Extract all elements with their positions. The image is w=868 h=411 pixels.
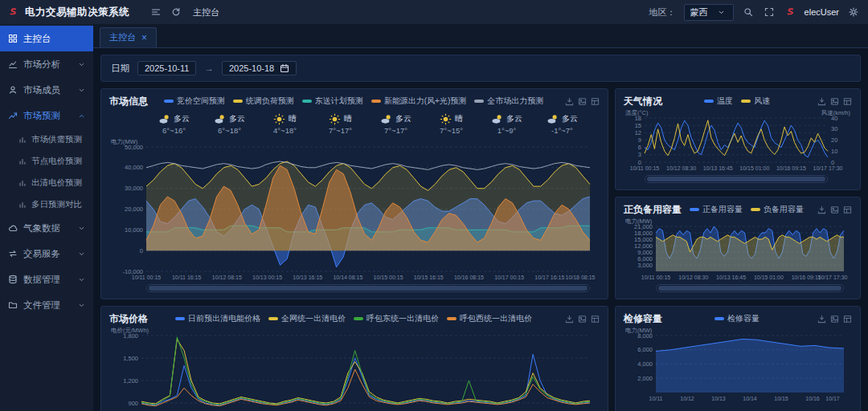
svg-text:12: 12 [635, 129, 641, 136]
svg-text:20: 20 [831, 136, 837, 144]
panel-title: 天气情况 [624, 95, 662, 108]
chart-scrollbar[interactable] [645, 175, 828, 183]
legend-item[interactable]: 负备用容量 [751, 204, 804, 215]
sidebar-item-weather-data[interactable]: 气象数据 [0, 215, 93, 241]
legend-item[interactable]: 竞价空间预测 [164, 96, 225, 107]
svg-text:10/17 17:30: 10/17 17:30 [813, 165, 843, 171]
sidebar-item-trade-services[interactable]: 交易服务 [0, 241, 93, 267]
user-menu[interactable]: elecUser [805, 7, 839, 17]
region-select[interactable]: 蒙西 [684, 4, 734, 21]
panel-title: 市场信息 [109, 95, 148, 108]
download-icon[interactable] [817, 315, 826, 324]
chart-scrollbar[interactable] [146, 284, 590, 292]
search-icon[interactable] [742, 6, 755, 18]
export-icon[interactable] [591, 315, 600, 324]
legend-item[interactable]: 全网统一出清电价 [268, 313, 346, 324]
snapshot-icon[interactable] [578, 315, 587, 324]
refresh-icon[interactable] [170, 6, 182, 18]
export-icon[interactable] [843, 206, 852, 214]
chevron-up-icon [78, 112, 85, 120]
svg-text:9: 9 [638, 136, 641, 144]
svg-text:10/13 16:45: 10/13 16:45 [703, 165, 733, 171]
snapshot-icon[interactable] [830, 206, 839, 214]
sidebar-item-data-management[interactable]: 数据管理 [0, 267, 93, 292]
region-label: 地区： [649, 6, 676, 18]
end-date-input[interactable]: 2025-10-18 [222, 61, 297, 75]
calendar-icon [280, 63, 289, 73]
data-icon [8, 275, 18, 284]
svg-text:10/18 08:15: 10/18 08:15 [566, 275, 596, 280]
sidebar-item-market-forecast[interactable]: 市场预测 [0, 103, 93, 128]
weather-chart[interactable]: 0369121518010203040温度(°C)风速(km/h)10/11 0… [624, 108, 852, 173]
export-icon[interactable] [843, 97, 852, 106]
svg-text:10/15: 10/15 [774, 396, 788, 401]
svg-text:10/15 16:15: 10/15 16:15 [414, 275, 444, 280]
sidebar-item-market-members[interactable]: 市场成员 [0, 77, 93, 103]
chevron-down-icon [78, 250, 85, 258]
download-icon[interactable] [817, 97, 826, 106]
svg-text:10/11: 10/11 [649, 396, 663, 401]
gear-icon[interactable] [847, 6, 860, 18]
svg-text:电力(MW): 电力(MW) [625, 327, 653, 334]
export-icon[interactable] [591, 97, 600, 106]
bars-icon [18, 136, 27, 144]
breadcrumb: 主控台 [193, 6, 219, 18]
legend-item[interactable]: 呼包西统一出清电价 [447, 313, 532, 324]
weather-icon [8, 223, 18, 233]
svg-text:10/11 16:15: 10/11 16:15 [172, 275, 202, 280]
tab-console[interactable]: 主控台 × [100, 27, 157, 47]
date-label: 日期 [111, 63, 129, 75]
fullscreen-icon[interactable] [763, 6, 776, 18]
panel-title: 市场价格 [109, 312, 148, 326]
bars-icon [18, 201, 27, 209]
snapshot-icon[interactable] [830, 97, 839, 106]
download-icon[interactable] [817, 206, 826, 214]
tab-close-icon[interactable]: × [141, 33, 147, 43]
reserve-chart[interactable]: 3,0006,0009,00012,00015,00018,00021,000电… [624, 217, 852, 282]
svg-text:6: 6 [638, 144, 641, 151]
sidebar-item-node-price-forecast[interactable]: 节点电价预测 [0, 150, 93, 172]
end-date-value: 2025-10-18 [229, 63, 274, 73]
scrollbar-handle[interactable] [149, 286, 588, 291]
sidebar-item-console[interactable]: 主控台 [0, 26, 93, 51]
panel-actions [565, 97, 600, 106]
legend-item[interactable]: 风速 [741, 96, 770, 107]
price-chart[interactable]: 9001,2001,5001,800电价(元/MWh) [109, 326, 600, 411]
content: 日期 2025-10-11 → 2025-10-18 [93, 48, 868, 411]
maintenance-chart[interactable]: 2,0004,0006,0008,000电力(MW)10/1110/1210/1… [624, 326, 852, 403]
legend-item[interactable]: 统调负荷预测 [233, 96, 294, 107]
download-icon[interactable] [565, 315, 574, 324]
collapse-menu-icon[interactable] [149, 6, 162, 18]
members-icon [8, 85, 18, 95]
legend-item[interactable]: 全市场出力预测 [474, 96, 543, 107]
svg-text:10/15 00:15: 10/15 00:15 [374, 275, 403, 280]
start-date-input[interactable]: 2025-10-11 [137, 61, 196, 75]
legend-item[interactable]: 呼包东统一出清电价 [354, 313, 439, 324]
svg-text:10/13 16:45: 10/13 16:45 [716, 275, 746, 280]
scrollbar-handle[interactable] [658, 286, 841, 291]
legend-item[interactable]: 日前预出清电能价格 [175, 313, 260, 324]
legend-item[interactable]: 正备用容量 [690, 204, 743, 215]
sidebar-item-market-analysis[interactable]: 市场分析 [0, 51, 93, 77]
chart-legend: 检修容量 [662, 313, 812, 324]
region-value: 蒙西 [690, 6, 708, 18]
legend-item[interactable]: 新能源出力(风+光)预测 [371, 96, 467, 107]
files-icon [8, 300, 18, 310]
main-area: 主控台 × 日期 2025-10-11 → 2025-10-18 [93, 24, 868, 411]
snapshot-icon[interactable] [578, 97, 587, 106]
sidebar-item-clearing-price-forecast[interactable]: 出清电价预测 [0, 172, 93, 193]
sidebar-item-multi-day-comparison[interactable]: 多日预测对比 [0, 193, 93, 215]
snapshot-icon[interactable] [830, 315, 839, 324]
start-date-value: 2025-10-11 [145, 63, 189, 73]
chart-scrollbar[interactable] [656, 284, 844, 292]
legend-item[interactable]: 检修容量 [714, 313, 760, 324]
svg-text:6,000: 6,000 [637, 346, 653, 353]
legend-item[interactable]: 温度 [704, 96, 733, 107]
legend-item[interactable]: 东送计划预测 [302, 96, 363, 107]
download-icon[interactable] [565, 97, 574, 106]
export-icon[interactable] [843, 315, 852, 324]
sidebar-item-supply-demand-forecast[interactable]: 市场供需预测 [0, 128, 93, 150]
scrollbar-handle[interactable] [647, 177, 825, 181]
market-info-chart[interactable]: -10,000010,00020,00030,00040,00050,000电力… [109, 137, 600, 282]
sidebar-item-file-management[interactable]: 文件管理 [0, 292, 93, 318]
